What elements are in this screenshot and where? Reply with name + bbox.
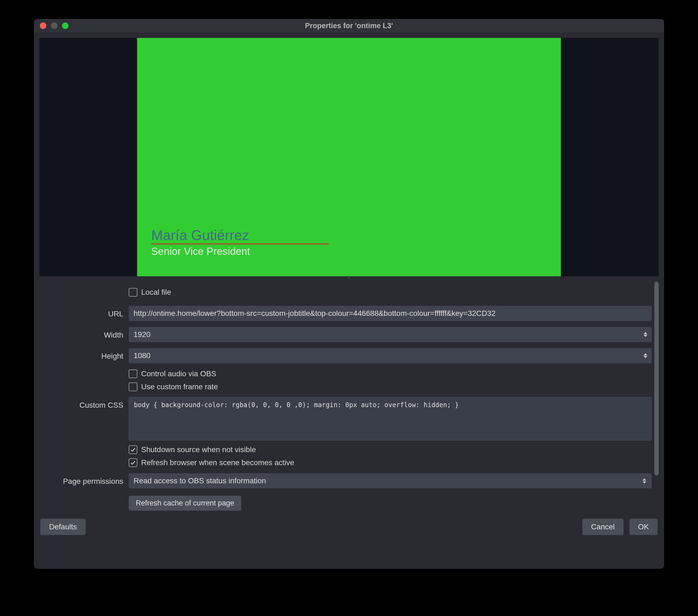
footer: Defaults Cancel OK bbox=[39, 514, 659, 536]
scrollbar-thumb[interactable] bbox=[654, 282, 659, 475]
refresh-label: Refresh browser when scene becomes activ… bbox=[141, 458, 294, 467]
height-stepper[interactable] bbox=[641, 349, 650, 362]
custom-fps-checkbox[interactable]: Use custom frame rate bbox=[129, 381, 218, 393]
splitter-grip-icon[interactable]: • bbox=[39, 276, 659, 280]
page-perms-label: Page permissions bbox=[39, 476, 129, 486]
row-url: URL bbox=[39, 303, 652, 324]
control-audio-checkbox[interactable]: Control audio via OBS bbox=[129, 368, 216, 380]
local-file-checkbox[interactable]: Local file bbox=[129, 286, 171, 298]
width-input[interactable] bbox=[129, 327, 652, 342]
checkbox-icon bbox=[129, 288, 137, 297]
page-perms-value: Read access to OBS status information bbox=[134, 476, 266, 485]
minimize-icon[interactable] bbox=[51, 23, 57, 29]
zoom-icon[interactable] bbox=[62, 23, 69, 29]
defaults-button[interactable]: Defaults bbox=[40, 519, 86, 535]
checkbox-icon bbox=[129, 458, 137, 467]
chevron-down-icon bbox=[644, 335, 647, 337]
custom-fps-label: Use custom frame rate bbox=[141, 382, 218, 391]
lower-third: María Gutiérrez Senior Vice President bbox=[151, 227, 329, 257]
titlebar: Properties for 'ontime L3' bbox=[34, 19, 664, 32]
ok-button[interactable]: OK bbox=[629, 519, 658, 535]
close-icon[interactable] bbox=[40, 23, 46, 29]
shutdown-checkbox[interactable]: Shutdown source when not visible bbox=[129, 444, 256, 456]
preview-canvas: María Gutiérrez Senior Vice President bbox=[137, 38, 561, 276]
width-stepper[interactable] bbox=[641, 328, 650, 341]
chevron-down-icon bbox=[644, 356, 647, 358]
window-title: Properties for 'ontime L3' bbox=[34, 22, 664, 30]
preview-pane: María Gutiérrez Senior Vice President bbox=[39, 38, 659, 276]
traffic-lights bbox=[34, 23, 69, 29]
row-refresh-cache: Refresh cache of current page bbox=[39, 491, 652, 512]
form-scroll: Local file URL Width bbox=[39, 280, 659, 514]
height-input[interactable] bbox=[129, 348, 652, 363]
refresh-cache-button[interactable]: Refresh cache of current page bbox=[129, 496, 241, 510]
form-area: Local file URL Width bbox=[39, 282, 653, 512]
checkbox-icon bbox=[129, 445, 137, 454]
custom-css-input[interactable] bbox=[129, 397, 652, 440]
window-body: María Gutiérrez Senior Vice President • … bbox=[34, 32, 664, 569]
checkbox-icon bbox=[129, 369, 137, 378]
url-input[interactable] bbox=[129, 306, 652, 321]
shutdown-label: Shutdown source when not visible bbox=[141, 445, 256, 454]
row-control-audio: Control audio via OBS Use custom frame r… bbox=[39, 366, 652, 394]
row-height: Height bbox=[39, 345, 652, 366]
lower-third-rule bbox=[151, 243, 329, 244]
cancel-button[interactable]: Cancel bbox=[582, 519, 623, 535]
url-label: URL bbox=[39, 309, 129, 318]
width-label: Width bbox=[39, 330, 129, 339]
chevron-up-icon bbox=[644, 332, 647, 334]
lower-third-subtitle: Senior Vice President bbox=[151, 246, 329, 257]
properties-window: Properties for 'ontime L3' María Gutiérr… bbox=[34, 19, 664, 569]
row-local-file: Local file bbox=[39, 282, 652, 303]
row-page-perms: Page permissions Read access to OBS stat… bbox=[39, 470, 652, 491]
local-file-label: Local file bbox=[141, 288, 171, 297]
form-scrollbar[interactable] bbox=[654, 282, 659, 512]
lower-third-title: María Gutiérrez bbox=[151, 227, 329, 243]
refresh-checkbox[interactable]: Refresh browser when scene becomes activ… bbox=[129, 457, 294, 468]
page-perms-select[interactable]: Read access to OBS status information bbox=[129, 473, 652, 488]
select-caret-icon bbox=[641, 473, 648, 488]
custom-css-label: Custom CSS bbox=[39, 397, 129, 409]
row-custom-css: Custom CSS bbox=[39, 394, 652, 442]
control-audio-label: Control audio via OBS bbox=[141, 369, 216, 378]
height-label: Height bbox=[39, 351, 129, 361]
chevron-up-icon bbox=[644, 353, 647, 355]
checkbox-icon bbox=[129, 382, 137, 391]
row-shutdown-refresh: Shutdown source when not visible Refresh… bbox=[39, 442, 652, 470]
row-width: Width bbox=[39, 324, 652, 345]
